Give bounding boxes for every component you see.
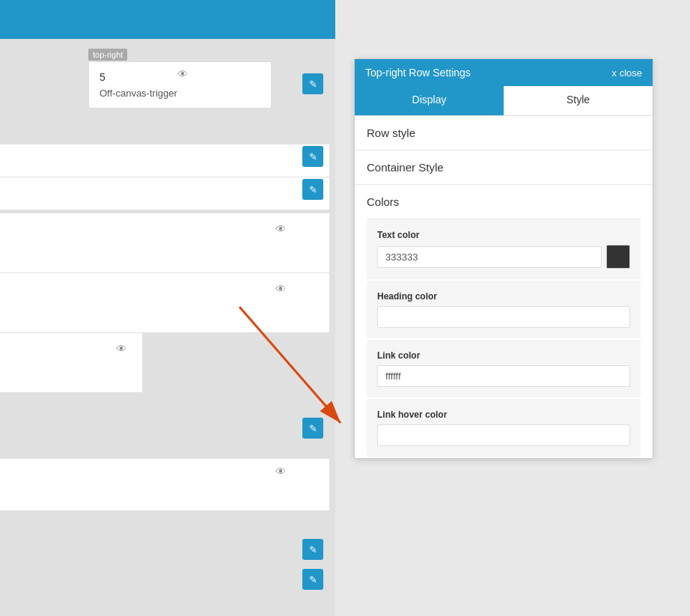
colors-section: Colors Text color Heading color Link col… [355, 185, 653, 457]
link-hover-color-input[interactable] [377, 424, 630, 446]
eye-icon-3[interactable]: 👁 [275, 223, 286, 235]
heading-color-input-row [377, 306, 630, 328]
link-color-label: Link color [377, 350, 630, 361]
link-color-group: Link color [367, 340, 641, 397]
tab-display[interactable]: Display [355, 86, 504, 115]
right-panel: Top-right Row Settings x close Display S… [354, 58, 653, 459]
edit-icon-3: ✎ [309, 423, 317, 434]
colors-title: Colors [367, 195, 641, 219]
heading-color-group: Heading color [367, 281, 641, 338]
text-color-swatch[interactable] [606, 245, 630, 269]
row-4 [0, 273, 329, 333]
eye-icon-4[interactable]: 👁 [275, 283, 286, 295]
row-5 [0, 333, 142, 393]
eye-icon-5[interactable]: 👁 [116, 343, 126, 355]
close-button[interactable]: x close [612, 67, 642, 79]
panel-tabs: Display Style [355, 86, 653, 116]
edit-icon-1: ✎ [309, 151, 317, 162]
row-1 [0, 144, 329, 177]
eye-icon-6[interactable]: 👁 [275, 466, 286, 478]
row-2 [0, 177, 329, 210]
link-hover-color-label: Link hover color [377, 409, 630, 420]
edit-icon-5: ✎ [309, 574, 317, 585]
text-color-input[interactable] [377, 246, 602, 268]
edit-button-3[interactable]: ✎ [302, 418, 323, 439]
heading-color-input[interactable] [377, 306, 630, 328]
edit-button-2[interactable]: ✎ [302, 179, 323, 200]
edit-button-5[interactable]: ✎ [302, 569, 323, 590]
edit-button-1[interactable]: ✎ [302, 146, 323, 167]
link-color-input-row [377, 365, 630, 387]
card-eye-icon[interactable]: 👁 [177, 68, 361, 80]
link-color-input[interactable] [377, 365, 630, 387]
container-style-section: Container Style [355, 150, 653, 185]
row-3 [0, 213, 329, 273]
heading-color-label: Heading color [377, 291, 630, 302]
left-panel: top-right ✎ 5 Off-canvas-trigger 👁 ✎ ✎ 👁… [0, 0, 335, 616]
text-color-label: Text color [377, 230, 630, 240]
top-right-label: top-right [88, 49, 127, 61]
card-title: Off-canvas-trigger [100, 88, 260, 99]
panel-body: Row style Container Style Colors Text co… [355, 116, 653, 457]
panel-title: Top-right Row Settings [365, 67, 471, 79]
link-hover-color-group: Link hover color [367, 399, 641, 457]
row-style-section: Row style [355, 116, 653, 150]
tab-style[interactable]: Style [504, 86, 653, 115]
panel-header: Top-right Row Settings x close [355, 59, 653, 86]
link-hover-color-input-row [377, 424, 630, 446]
edit-icon-4: ✎ [309, 544, 317, 555]
edit-icon-2: ✎ [309, 184, 317, 195]
top-bar [0, 0, 335, 39]
edit-button-4[interactable]: ✎ [302, 539, 323, 560]
main-card: 5 Off-canvas-trigger 👁 [88, 61, 272, 109]
text-color-input-row [377, 245, 630, 269]
text-color-group: Text color [367, 219, 641, 279]
